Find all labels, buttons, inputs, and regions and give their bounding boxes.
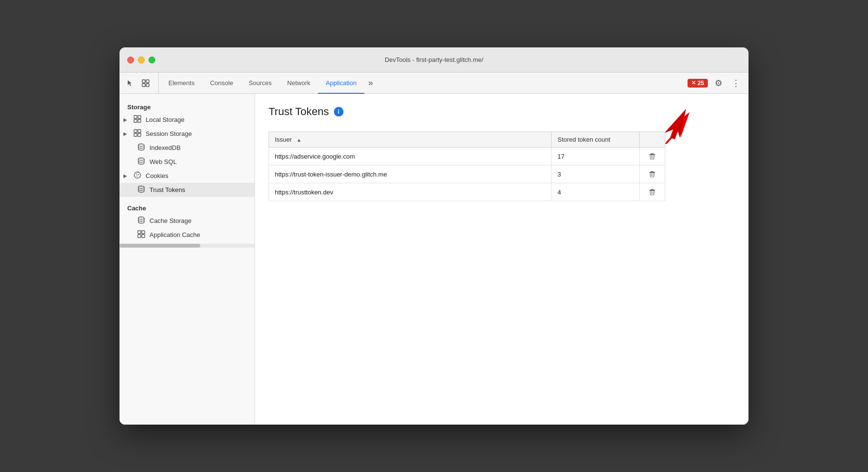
sidebar-item-application-cache[interactable]: Application Cache [120, 228, 254, 242]
table-header-row: Issuer ▲ Stored token count [269, 132, 665, 148]
local-storage-label: Local Storage [146, 116, 184, 123]
cookies-icon [133, 171, 142, 180]
sidebar: Storage ▶ Local Storage ▶ [120, 94, 255, 425]
settings-icon: ⚙ [715, 78, 722, 88]
cache-section-title: Cache [120, 201, 254, 214]
svg-rect-26 [651, 153, 654, 154]
action-cell [639, 148, 665, 165]
title-bar: DevTools - first-party-test.glitch.me/ [120, 47, 748, 73]
svg-rect-27 [649, 154, 655, 155]
svg-rect-11 [138, 133, 141, 136]
svg-rect-9 [138, 130, 141, 133]
svg-rect-4 [134, 116, 137, 118]
info-icon-button[interactable]: i [334, 107, 344, 117]
svg-rect-22 [138, 235, 141, 237]
count-cell: 4 [552, 183, 639, 201]
svg-rect-34 [651, 189, 654, 190]
sidebar-item-session-storage[interactable]: ▶ Session Storage [120, 127, 254, 141]
svg-rect-35 [649, 190, 655, 191]
issuer-cell: https://trust-token-issuer-demo.glitch.m… [269, 165, 552, 183]
svg-point-18 [138, 186, 144, 189]
trash-icon [648, 170, 656, 178]
cursor-icon [126, 79, 134, 87]
tab-sources[interactable]: Sources [241, 73, 280, 94]
sidebar-item-cookies[interactable]: ▶ Cookies [120, 169, 254, 183]
tab-console[interactable]: Console [202, 73, 241, 94]
trust-tokens-tbody: https://adservice.google.com17 https://t… [269, 148, 665, 201]
sidebar-item-cache-storage[interactable]: Cache Storage [120, 214, 254, 228]
svg-rect-30 [651, 171, 654, 172]
local-storage-grid-icon [133, 115, 142, 124]
svg-point-15 [136, 174, 137, 175]
sidebar-item-indexed-db[interactable]: IndexedDB [120, 141, 254, 155]
session-storage-grid-icon [133, 129, 142, 138]
action-column-header [639, 132, 665, 148]
info-icon-label: i [338, 108, 339, 115]
svg-rect-5 [138, 116, 141, 118]
delete-token-button[interactable] [645, 169, 659, 179]
tab-application[interactable]: Application [318, 73, 364, 94]
issuer-column-header[interactable]: Issuer ▲ [269, 132, 552, 148]
svg-rect-2 [142, 84, 145, 87]
sidebar-item-local-storage[interactable]: ▶ Local Storage [120, 113, 254, 127]
svg-point-16 [138, 174, 139, 175]
tab-more-button[interactable]: » [364, 73, 377, 93]
sidebar-item-web-sql[interactable]: Web SQL [120, 155, 254, 169]
issuer-cell: https://trusttoken.dev [269, 183, 552, 201]
arrow-icon: ▶ [123, 173, 129, 178]
settings-button[interactable]: ⚙ [712, 76, 725, 90]
close-button[interactable] [127, 57, 134, 63]
application-cache-icon [137, 230, 146, 239]
tab-network[interactable]: Network [280, 73, 318, 94]
web-sql-label: Web SQL [150, 158, 177, 165]
main-content: Storage ▶ Local Storage ▶ [120, 94, 748, 425]
delete-token-button[interactable] [645, 187, 659, 197]
tab-elements[interactable]: Elements [161, 73, 202, 94]
tool-buttons [123, 73, 159, 93]
traffic-lights [127, 57, 155, 63]
inspect-icon [141, 79, 150, 88]
table-row: https://trusttoken.dev4 [269, 183, 665, 201]
svg-rect-23 [142, 235, 145, 237]
indexed-db-icon [137, 143, 146, 152]
arrow-icon: ▶ [123, 117, 129, 122]
error-badge[interactable]: ✕ 25 [688, 79, 708, 88]
error-x-icon: ✕ [691, 80, 696, 86]
cache-storage-label: Cache Storage [150, 217, 192, 224]
content-panel: Trust Tokens i [255, 94, 748, 425]
tab-right-controls: ✕ 25 ⚙ ⋮ [688, 73, 748, 93]
storage-section-title: Storage [120, 100, 254, 113]
arrow-icon: ▶ [123, 131, 129, 136]
sidebar-item-trust-tokens[interactable]: Trust Tokens [120, 183, 254, 197]
cursor-tool-button[interactable] [123, 76, 137, 90]
application-cache-label: Application Cache [150, 231, 200, 238]
trust-tokens-label: Trust Tokens [150, 186, 185, 193]
maximize-button[interactable] [149, 57, 155, 63]
sidebar-divider [120, 197, 254, 201]
delete-token-button[interactable] [645, 151, 659, 161]
count-cell: 17 [552, 148, 639, 165]
action-cell [639, 183, 665, 201]
count-column-header[interactable]: Stored token count [552, 132, 639, 148]
issuer-cell: https://adservice.google.com [269, 148, 552, 165]
indexed-db-label: IndexedDB [150, 144, 180, 151]
svg-marker-25 [664, 109, 686, 139]
web-sql-icon [137, 157, 146, 166]
inspect-tool-button[interactable] [139, 76, 152, 90]
svg-rect-1 [146, 80, 149, 83]
more-button[interactable]: ⋮ [729, 76, 743, 90]
svg-rect-20 [138, 231, 141, 234]
svg-rect-7 [138, 119, 141, 122]
minimize-button[interactable] [138, 57, 145, 63]
svg-rect-10 [134, 133, 137, 136]
sidebar-scrollbar-thumb[interactable] [120, 244, 200, 248]
svg-rect-6 [134, 119, 137, 122]
devtools-window: DevTools - first-party-test.glitch.me/ E… [120, 47, 748, 425]
trust-tokens-table-wrapper: Issuer ▲ Stored token count https://adse… [269, 132, 665, 201]
svg-point-13 [138, 158, 144, 161]
page-title: Trust Tokens [269, 105, 329, 118]
window-title: DevTools - first-party-test.glitch.me/ [385, 56, 483, 63]
sidebar-scrollbar[interactable] [120, 244, 254, 248]
svg-point-17 [136, 176, 137, 177]
svg-rect-3 [146, 84, 149, 87]
